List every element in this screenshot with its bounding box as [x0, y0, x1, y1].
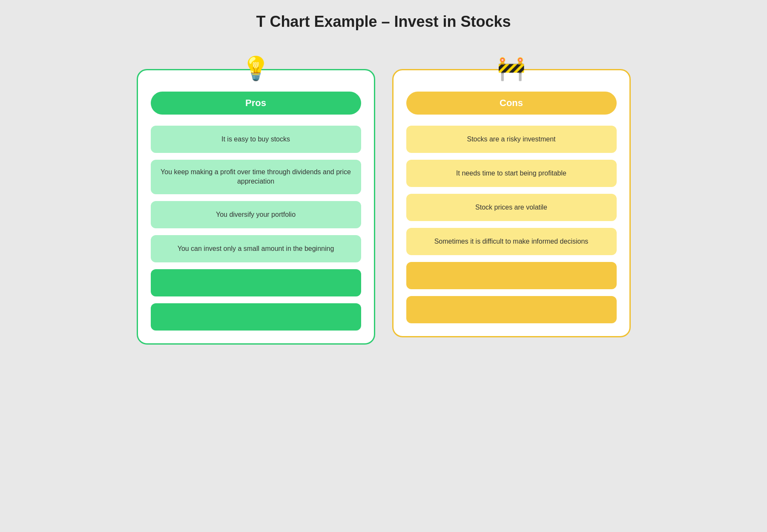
pros-icon-area: 💡 — [241, 48, 270, 82]
page-title: T Chart Example – Invest in Stocks — [256, 13, 511, 31]
pros-card: Pros It is easy to buy stocks You keep m… — [137, 69, 375, 345]
pros-item-1: It is easy to buy stocks — [151, 126, 361, 153]
pros-item-3: You diversify your portfolio — [151, 201, 361, 228]
pros-item-6 — [151, 303, 361, 331]
barrier-icon: 🚧 — [497, 55, 526, 82]
pros-item-5 — [151, 269, 361, 296]
cons-item-3: Stock prices are volatile — [406, 194, 617, 221]
cons-item-6 — [406, 296, 617, 323]
cons-item-4: Sometimes it is difficult to make inform… — [406, 228, 617, 255]
chart-container: 💡 Pros It is easy to buy stocks You keep… — [107, 48, 661, 345]
cons-icon-area: 🚧 — [497, 48, 526, 82]
cons-item-5 — [406, 262, 617, 289]
pros-header: Pros — [151, 92, 361, 115]
cons-header: Cons — [406, 92, 617, 115]
cons-item-2: It needs time to start being profitable — [406, 160, 617, 187]
cons-card: Cons Stocks are a risky investment It ne… — [392, 69, 631, 337]
pros-item-2: You keep making a profit over time throu… — [151, 160, 361, 194]
pros-item-4: You can invest only a small amount in th… — [151, 235, 361, 262]
cons-item-1: Stocks are a risky investment — [406, 126, 617, 153]
cons-column: 🚧 Cons Stocks are a risky investment It … — [392, 48, 631, 345]
pros-column: 💡 Pros It is easy to buy stocks You keep… — [137, 48, 375, 345]
bulb-icon: 💡 — [241, 55, 270, 82]
